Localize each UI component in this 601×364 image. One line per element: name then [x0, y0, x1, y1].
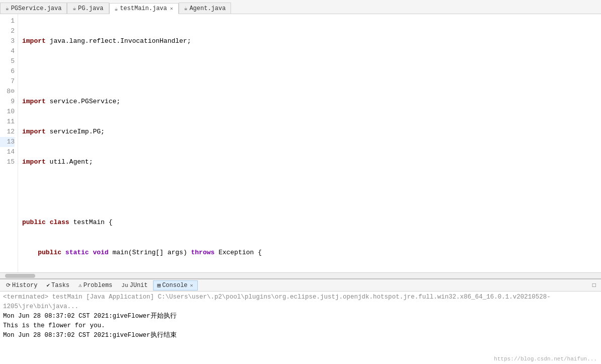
panel-tab-problems[interactable]: ⚠ Problems — [74, 280, 116, 290]
code-line-8: public static void main(String[] args) t… — [22, 248, 601, 258]
panel-tab-bar: ⟳ History ✔ Tasks ⚠ Problems Ju JUnit ▤ … — [0, 279, 601, 292]
line-num-15: 15 — [0, 157, 15, 167]
console-icon: ▤ — [158, 282, 161, 288]
tab-pgservice[interactable]: ☕ PGService.java — [0, 3, 67, 14]
line-num-9: 9 — [0, 97, 15, 107]
panel-tab-console[interactable]: ▤ Console ✕ — [153, 280, 198, 290]
line-num-1: 1 — [0, 16, 15, 26]
code-line-3: import service.PGService; — [22, 97, 601, 107]
java-icon-pg: ☕ — [72, 5, 76, 12]
line-num-7: 7 — [0, 77, 15, 87]
code-line-6 — [22, 187, 601, 197]
code-content[interactable]: import java.lang.reflect.InvocationHandl… — [18, 14, 601, 272]
line-num-12: 12 — [0, 127, 15, 137]
line-num-3: 3 — [0, 36, 15, 46]
line-num-6: 6 — [0, 66, 15, 77]
panel-tab-history[interactable]: ⟳ History — [2, 280, 41, 290]
tab-label-agent: Agent.java — [189, 5, 226, 12]
panel-tab-history-label: History — [12, 282, 37, 289]
bottom-panel: ⟳ History ✔ Tasks ⚠ Problems Ju JUnit ▤ … — [0, 278, 601, 364]
console-output-line-2: This is the flower for you. — [3, 321, 598, 331]
history-icon: ⟳ — [6, 282, 11, 288]
junit-icon: Ju — [121, 282, 128, 288]
tab-close-testmain[interactable]: ✕ — [170, 6, 173, 12]
java-icon-testmain: ☕ — [115, 6, 118, 12]
problems-icon: ⚠ — [79, 282, 82, 288]
console-output-line-3: Mon Jun 28 08:37:02 CST 2021:giveFlower执… — [3, 331, 598, 340]
panel-tab-junit[interactable]: Ju JUnit — [117, 280, 152, 290]
line-num-11: 11 — [0, 117, 15, 127]
panel-tab-problems-label: Problems — [84, 282, 113, 289]
code-line-5: import util.Agent; — [22, 157, 601, 167]
console-tab-close[interactable]: ✕ — [190, 282, 193, 288]
console-terminated-line: <terminated> testMain [Java Application]… — [3, 293, 598, 312]
line-num-8: 8⊖ — [0, 87, 15, 97]
panel-tab-tasks[interactable]: ✔ Tasks — [42, 280, 73, 290]
editor-area: 1 2 3 4 5 6 7 8⊖ 9 10 11 12 13 14 15 imp… — [0, 14, 601, 272]
panel-minimize-button[interactable]: □ — [589, 281, 599, 290]
line-num-14: 14 — [0, 147, 15, 157]
java-icon-agent: ☕ — [184, 5, 188, 12]
code-line-7: public class testMain { — [22, 217, 601, 228]
line-num-2: 2 — [0, 26, 15, 36]
panel-tab-junit-label: JUnit — [130, 282, 148, 289]
console-output-line-1: Mon Jun 28 08:37:02 CST 2021:giveFlower开… — [3, 312, 598, 321]
line-num-13: 13 — [0, 137, 15, 147]
line-num-10: 10 — [0, 107, 15, 117]
tab-label-testmain: testMain.java — [120, 5, 167, 12]
code-line-2 — [22, 66, 601, 77]
panel-tab-tasks-label: Tasks — [51, 282, 69, 289]
tab-label-pgservice: PGService.java — [11, 5, 62, 12]
tasks-icon: ✔ — [46, 282, 50, 288]
line-numbers: 1 2 3 4 5 6 7 8⊖ 9 10 11 12 13 14 15 — [0, 14, 18, 272]
console-output: <terminated> testMain [Java Application]… — [0, 292, 601, 364]
code-line-1: import java.lang.reflect.InvocationHandl… — [22, 36, 601, 46]
tab-bar: ☕ PGService.java ☕ PG.java ☕ testMain.ja… — [0, 0, 601, 14]
tab-pg[interactable]: ☕ PG.java — [67, 3, 109, 14]
tab-label-pg: PG.java — [78, 5, 103, 12]
line-num-5: 5 — [0, 56, 15, 66]
java-icon-pgservice: ☕ — [6, 5, 9, 12]
watermark: https://blog.csdn.net/haifun... — [494, 356, 597, 362]
tab-testmain[interactable]: ☕ testMain.java ✕ — [109, 3, 179, 14]
tab-agent[interactable]: ☕ Agent.java — [179, 3, 232, 14]
horizontal-scrollbar[interactable] — [0, 272, 601, 278]
line-num-4: 4 — [0, 46, 15, 56]
scrollbar-thumb[interactable] — [5, 274, 35, 278]
code-line-4: import serviceImp.PG; — [22, 127, 601, 137]
panel-tab-console-label: Console — [162, 282, 187, 289]
